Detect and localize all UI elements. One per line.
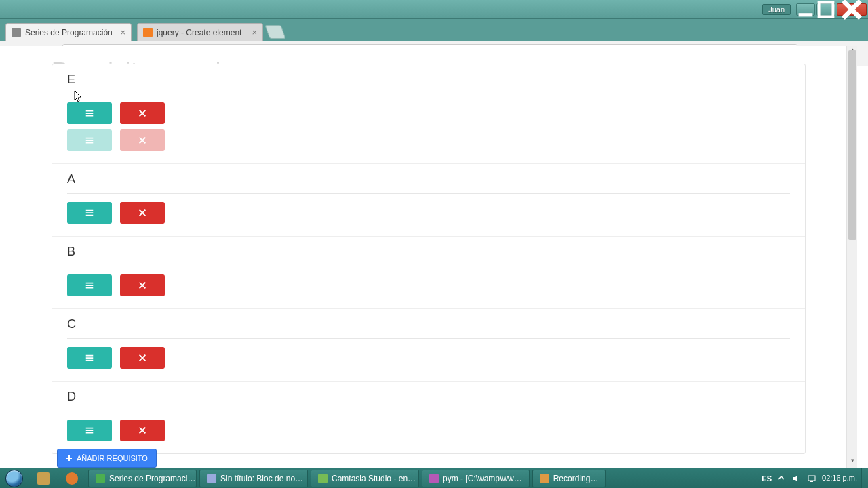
requirement-label: C xyxy=(67,317,790,331)
app-icon xyxy=(540,474,549,483)
delete-button[interactable] xyxy=(120,420,165,441)
divider xyxy=(67,193,790,194)
tab-title: jquery - Create element xyxy=(157,28,249,37)
requirement-label: D xyxy=(67,390,790,404)
page-viewport: Requisitos previos E A xyxy=(0,46,857,468)
requirement-item: C xyxy=(52,308,805,381)
svg-rect-7 xyxy=(810,481,813,482)
app-icon xyxy=(96,474,105,483)
taskbar-button[interactable]: Recording… xyxy=(532,470,606,487)
drag-ghost xyxy=(67,129,790,151)
requirement-label: B xyxy=(67,245,790,259)
app-icon xyxy=(429,474,439,483)
requirements-card: E A xyxy=(52,64,806,454)
favicon-icon xyxy=(143,28,153,37)
delete-button[interactable] xyxy=(120,202,165,224)
scroll-down-icon[interactable]: ▾ xyxy=(847,457,858,468)
delete-button xyxy=(120,129,165,151)
vertical-scrollbar[interactable]: ▴ ▾ xyxy=(846,46,857,468)
tray-chevron-icon[interactable] xyxy=(777,474,787,483)
taskbar-button[interactable]: pym - [C:\wamp\ww… xyxy=(422,470,530,487)
browser-tab[interactable]: jquery - Create element × xyxy=(137,23,263,41)
divider xyxy=(67,411,790,411)
language-indicator[interactable]: ES xyxy=(762,474,772,483)
drag-handle-button[interactable] xyxy=(67,102,112,124)
close-button[interactable] xyxy=(837,3,867,16)
taskbar-button[interactable]: Series de Programaci… xyxy=(88,470,197,487)
taskbar-button[interactable]: Sin título: Bloc de no… xyxy=(199,470,308,487)
requirement-label: A xyxy=(67,172,790,186)
divider xyxy=(67,266,790,266)
drag-handle-button xyxy=(67,129,112,151)
svg-rect-0 xyxy=(799,13,813,16)
requirement-item: E xyxy=(52,64,805,163)
requirement-label: E xyxy=(67,73,790,87)
new-tab-button[interactable] xyxy=(264,25,285,39)
add-requirement-button[interactable]: AÑADIR REQUISITO xyxy=(57,449,157,468)
user-badge: Juan xyxy=(762,4,791,15)
minimize-button[interactable] xyxy=(796,3,815,16)
windows-orb-icon xyxy=(5,470,23,487)
browser-tab-active[interactable]: Series de Programación × xyxy=(5,23,132,41)
divider xyxy=(67,94,790,94)
svg-rect-1 xyxy=(819,2,833,16)
firefox-icon xyxy=(66,472,78,485)
pinned-app[interactable] xyxy=(30,470,57,487)
app-icon xyxy=(207,474,216,483)
volume-icon[interactable] xyxy=(792,474,802,483)
tab-title: Series de Programación xyxy=(25,28,117,37)
delete-button[interactable] xyxy=(120,347,165,369)
drag-handle-button[interactable] xyxy=(67,420,112,441)
delete-button[interactable] xyxy=(120,102,165,124)
clock[interactable]: 02:16 p.m. xyxy=(822,474,857,482)
show-desktop-button[interactable] xyxy=(861,468,868,489)
scrollbar-thumb[interactable] xyxy=(848,50,856,240)
taskbar-button[interactable]: Camtasia Studio - en… xyxy=(311,470,419,487)
mouse-cursor-icon xyxy=(74,90,83,104)
tab-close-icon[interactable]: × xyxy=(252,27,257,37)
requirement-item: D xyxy=(52,381,805,453)
start-button[interactable] xyxy=(0,468,28,489)
app-icon xyxy=(318,474,328,483)
delete-button[interactable] xyxy=(120,274,165,296)
network-icon[interactable] xyxy=(807,474,816,483)
window-titlebar: Juan xyxy=(0,0,868,19)
maximize-button[interactable] xyxy=(816,3,835,16)
windows-taskbar: Series de Programaci… Sin título: Bloc d… xyxy=(0,468,868,488)
pinned-app-firefox[interactable] xyxy=(58,470,85,487)
requirement-item: A xyxy=(52,163,805,236)
add-button-label: AÑADIR REQUISITO xyxy=(77,454,148,462)
drag-handle-button[interactable] xyxy=(67,202,112,224)
plus-icon xyxy=(66,455,73,462)
button-row xyxy=(67,102,790,124)
drag-handle-button[interactable] xyxy=(67,347,112,369)
favicon-icon xyxy=(12,28,21,37)
divider xyxy=(67,338,790,339)
system-tray: ES 02:16 p.m. xyxy=(762,474,861,483)
tab-close-icon[interactable]: × xyxy=(120,27,125,37)
svg-rect-6 xyxy=(808,476,815,481)
browser-tabstrip: Series de Programación × jquery - Create… xyxy=(0,19,868,41)
requirement-item: B xyxy=(52,236,805,308)
drag-handle-button[interactable] xyxy=(67,274,112,296)
app-icon xyxy=(37,472,50,485)
